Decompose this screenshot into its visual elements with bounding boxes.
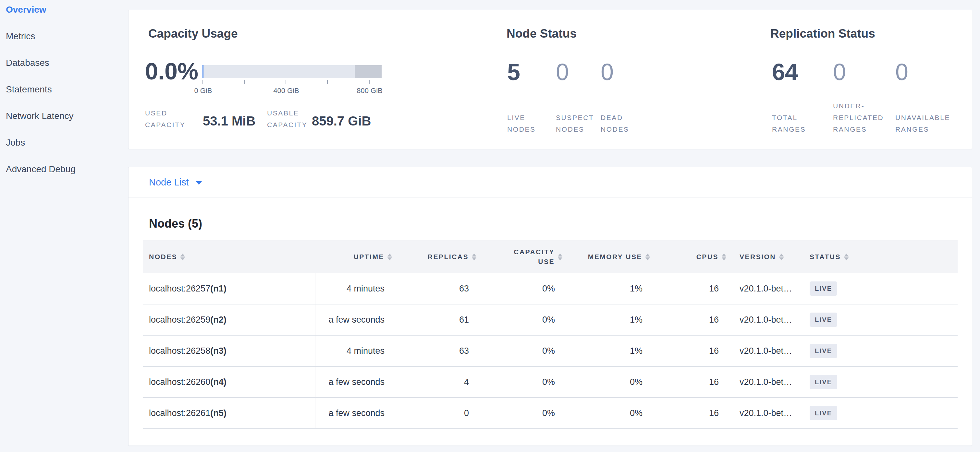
table-row[interactable]: localhost:26258 (n3)4 minutes630%1%16v20…: [143, 336, 958, 367]
sidebar-item-jobs[interactable]: Jobs: [6, 129, 128, 156]
cell-uptime: 4 minutes: [315, 284, 396, 294]
sort-down-arrow-icon: [387, 257, 392, 260]
column-header-label: STATUS: [810, 253, 841, 261]
sort-up-arrow-icon: [779, 254, 784, 257]
stat-unavailable-ranges: 0UNAVAILABLE RANGES: [895, 10, 970, 149]
nodes-table-title: Nodes (5): [149, 217, 202, 230]
sort-icon[interactable]: [387, 254, 392, 260]
stat-label: UNAVAILABLE RANGES: [895, 112, 950, 135]
stat-label: UNDER- REPLICATED RANGES: [833, 100, 884, 135]
cell-node-address[interactable]: localhost:26260 (n4): [143, 367, 315, 397]
sort-down-arrow-icon: [558, 257, 562, 260]
cell-capacity-use: 0%: [480, 315, 566, 325]
gauge-tick-label: 400 GiB: [273, 87, 299, 95]
cell-version: v20.1.0-bet…: [730, 346, 799, 356]
table-row[interactable]: localhost:26260 (n4)a few seconds40%0%16…: [143, 367, 958, 398]
gauge-used-indicator: [202, 65, 204, 78]
node-list-bar: Node List: [129, 167, 972, 197]
column-header-uptime[interactable]: UPTIME: [315, 253, 396, 261]
cell-status: LIVE: [799, 344, 958, 358]
column-header-replicas[interactable]: REPLICAS: [396, 253, 480, 261]
gauge-other-segment: [355, 65, 382, 78]
cell-version: v20.1.0-bet…: [730, 377, 799, 387]
cluster-summary-card: Capacity Usage 0.0% 0 GiB 400 GiB 800 Gi…: [128, 10, 972, 149]
sidebar-item-metrics[interactable]: Metrics: [6, 23, 128, 49]
column-header-label: UPTIME: [354, 253, 384, 261]
sort-icon[interactable]: [844, 254, 849, 260]
cell-version: v20.1.0-bet…: [730, 315, 799, 325]
cell-node-address[interactable]: localhost:26258 (n3): [143, 336, 315, 366]
sort-icon[interactable]: [646, 254, 650, 260]
capacity-usage-title: Capacity Usage: [148, 27, 238, 41]
cell-replicas: 63: [396, 284, 480, 294]
node-list-dropdown-label: Node List: [149, 177, 189, 188]
stat-value: 0: [895, 59, 908, 85]
stat-value: 0: [601, 59, 614, 85]
sort-icon[interactable]: [180, 254, 185, 260]
sort-down-arrow-icon: [472, 257, 476, 260]
node-list-dropdown[interactable]: Node List: [149, 177, 202, 188]
sidebar-item-network-latency[interactable]: Network Latency: [6, 103, 128, 129]
cell-status: LIVE: [799, 406, 958, 420]
table-row[interactable]: localhost:26257 (n1)4 minutes630%1%16v20…: [143, 273, 958, 305]
column-header-status[interactable]: STATUS: [799, 253, 958, 261]
cell-cpus: 16: [654, 346, 730, 356]
sidebar-item-databases[interactable]: Databases: [6, 49, 128, 76]
nodes-table: NODESUPTIMEREPLICASCAPACITY USEMEMORY US…: [143, 240, 958, 429]
capacity-percent: 0.0%: [145, 58, 198, 85]
column-header-nodes[interactable]: NODES: [143, 253, 315, 261]
cell-cpus: 16: [654, 315, 730, 325]
column-header-version[interactable]: VERSION: [730, 253, 799, 261]
capacity-gauge: [202, 65, 382, 78]
column-header-label: CPUS: [696, 253, 718, 261]
gauge-tick: [286, 80, 286, 84]
gauge-tick: [202, 80, 203, 84]
column-header-memory-use[interactable]: MEMORY USE: [566, 253, 654, 261]
sort-icon[interactable]: [722, 254, 726, 260]
column-header-capacity-use[interactable]: CAPACITY USE: [480, 247, 566, 267]
gauge-tick: [369, 80, 370, 84]
sort-down-arrow-icon: [180, 257, 185, 260]
cell-node-address[interactable]: localhost:26261 (n5): [143, 398, 315, 428]
replication-status-section: Replication Status 64TOTAL RANGES0UNDER-…: [770, 10, 972, 149]
node-address: localhost:26261: [149, 408, 210, 418]
stat-label: DEAD NODES: [601, 112, 629, 135]
cell-status: LIVE: [799, 375, 958, 389]
sort-icon[interactable]: [779, 254, 784, 260]
usable-capacity-value: 859.7 GiB: [312, 114, 371, 128]
cell-memory-use: 0%: [566, 377, 654, 387]
sort-up-arrow-icon: [387, 254, 392, 257]
sidebar-item-overview[interactable]: Overview: [6, 0, 128, 23]
cell-node-address[interactable]: localhost:26257 (n1): [143, 273, 315, 304]
capacity-usage-section: Capacity Usage 0.0% 0 GiB 400 GiB 800 Gi…: [145, 10, 505, 149]
table-row[interactable]: localhost:26259 (n2)a few seconds610%1%1…: [143, 305, 958, 336]
cell-version: v20.1.0-bet…: [730, 284, 799, 294]
node-address: localhost:26259: [149, 315, 210, 325]
column-header-cpus[interactable]: CPUS: [654, 253, 730, 261]
sort-icon[interactable]: [472, 254, 476, 260]
cell-replicas: 4: [396, 377, 480, 387]
cell-cpus: 16: [654, 377, 730, 387]
column-header-label: MEMORY USE: [588, 253, 642, 261]
table-row[interactable]: localhost:26261 (n5)a few seconds00%0%16…: [143, 398, 958, 429]
cell-replicas: 61: [396, 315, 480, 325]
stat-label: SUSPECT NODES: [556, 112, 594, 135]
sidebar-item-advanced-debug[interactable]: Advanced Debug: [6, 156, 128, 182]
sort-up-arrow-icon: [472, 254, 476, 257]
sort-icon[interactable]: [558, 254, 562, 260]
sidebar-item-statements[interactable]: Statements: [6, 76, 128, 103]
sort-up-arrow-icon: [558, 254, 562, 257]
cell-memory-use: 0%: [566, 408, 654, 418]
cell-memory-use: 1%: [566, 315, 654, 325]
cell-uptime: a few seconds: [315, 315, 396, 325]
sort-up-arrow-icon: [646, 254, 650, 257]
cell-uptime: a few seconds: [315, 408, 396, 418]
node-id: (n3): [210, 346, 226, 356]
nodes-table-body: localhost:26257 (n1)4 minutes630%1%16v20…: [143, 273, 958, 429]
cell-cpus: 16: [654, 284, 730, 294]
gauge-tick-label: 0 GiB: [194, 87, 212, 95]
table-header-row: NODESUPTIMEREPLICASCAPACITY USEMEMORY US…: [143, 240, 958, 273]
column-header-label: REPLICAS: [428, 253, 469, 261]
cell-memory-use: 1%: [566, 346, 654, 356]
cell-node-address[interactable]: localhost:26259 (n2): [143, 305, 315, 335]
